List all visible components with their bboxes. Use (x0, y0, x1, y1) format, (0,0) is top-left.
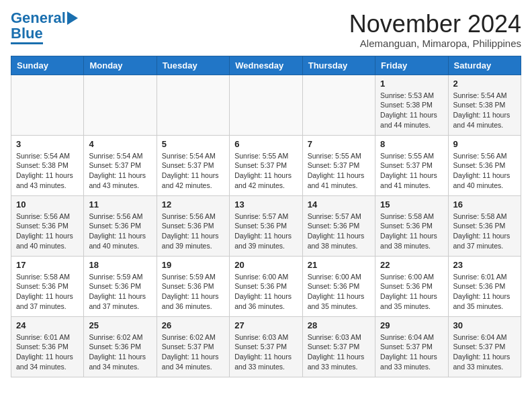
weekday-header-cell: Thursday (302, 56, 375, 75)
day-info: Sunrise: 6:01 AMSunset: 5:36 PMDaylight:… (16, 332, 79, 372)
day-info: Sunrise: 5:56 AMSunset: 5:36 PMDaylight:… (16, 212, 79, 251)
day-info: Sunrise: 5:54 AMSunset: 5:37 PMDaylight:… (89, 151, 151, 191)
calendar-day-cell: 6Sunrise: 5:55 AMSunset: 5:37 PMDaylight… (230, 135, 302, 195)
logo-line (11, 42, 43, 44)
calendar-day-cell: 11Sunrise: 5:56 AMSunset: 5:36 PMDayligh… (84, 195, 157, 256)
day-info: Sunrise: 6:00 AMSunset: 5:36 PMDaylight:… (234, 272, 297, 312)
day-number: 6 (234, 139, 297, 149)
calendar-day-cell: 30Sunrise: 6:04 AMSunset: 5:37 PMDayligh… (448, 316, 521, 377)
calendar-week-row: 10Sunrise: 5:56 AMSunset: 5:36 PMDayligh… (11, 195, 521, 256)
day-number: 26 (162, 320, 224, 330)
day-number: 18 (89, 260, 151, 270)
day-info: Sunrise: 6:02 AMSunset: 5:37 PMDaylight:… (162, 332, 224, 372)
day-info: Sunrise: 5:59 AMSunset: 5:36 PMDaylight:… (89, 272, 151, 312)
day-number: 25 (89, 320, 151, 330)
logo: General Blue (11, 11, 78, 44)
day-number: 16 (453, 199, 516, 210)
day-number: 7 (308, 139, 370, 149)
day-info: Sunrise: 5:54 AMSunset: 5:37 PMDaylight:… (162, 151, 224, 191)
calendar-week-row: 24Sunrise: 6:01 AMSunset: 5:36 PMDayligh… (11, 316, 521, 377)
day-info: Sunrise: 6:03 AMSunset: 5:37 PMDaylight:… (308, 332, 370, 372)
calendar-table: SundayMondayTuesdayWednesdayThursdayFrid… (11, 56, 521, 377)
calendar-day-cell (11, 75, 84, 135)
calendar-day-cell: 14Sunrise: 5:57 AMSunset: 5:36 PMDayligh… (302, 195, 375, 256)
calendar-day-cell: 2Sunrise: 5:54 AMSunset: 5:38 PMDaylight… (448, 75, 521, 135)
day-info: Sunrise: 5:58 AMSunset: 5:36 PMDaylight:… (16, 272, 79, 312)
day-info: Sunrise: 6:04 AMSunset: 5:37 PMDaylight:… (380, 332, 443, 372)
calendar-day-cell: 26Sunrise: 6:02 AMSunset: 5:37 PMDayligh… (157, 316, 229, 377)
calendar-day-cell: 10Sunrise: 5:56 AMSunset: 5:36 PMDayligh… (11, 195, 84, 256)
logo-arrow-icon (67, 11, 78, 25)
day-info: Sunrise: 5:58 AMSunset: 5:36 PMDaylight:… (380, 212, 443, 251)
day-number: 21 (308, 260, 370, 270)
day-info: Sunrise: 5:55 AMSunset: 5:37 PMDaylight:… (308, 151, 370, 191)
calendar-day-cell: 20Sunrise: 6:00 AMSunset: 5:36 PMDayligh… (230, 256, 302, 316)
calendar-day-cell: 5Sunrise: 5:54 AMSunset: 5:37 PMDaylight… (157, 135, 229, 195)
day-number: 10 (16, 199, 79, 210)
calendar-week-row: 17Sunrise: 5:58 AMSunset: 5:36 PMDayligh… (11, 256, 521, 316)
calendar-day-cell: 13Sunrise: 5:57 AMSunset: 5:36 PMDayligh… (230, 195, 302, 256)
calendar-day-cell: 15Sunrise: 5:58 AMSunset: 5:36 PMDayligh… (375, 195, 448, 256)
calendar-day-cell: 9Sunrise: 5:56 AMSunset: 5:36 PMDaylight… (448, 135, 521, 195)
day-number: 28 (308, 320, 370, 330)
calendar-day-cell: 22Sunrise: 6:00 AMSunset: 5:36 PMDayligh… (375, 256, 448, 316)
calendar-day-cell: 1Sunrise: 5:53 AMSunset: 5:38 PMDaylight… (375, 75, 448, 135)
day-info: Sunrise: 5:55 AMSunset: 5:37 PMDaylight:… (234, 151, 297, 191)
day-info: Sunrise: 5:54 AMSunset: 5:38 PMDaylight:… (16, 151, 79, 191)
day-number: 11 (89, 199, 151, 210)
calendar-day-cell: 17Sunrise: 5:58 AMSunset: 5:36 PMDayligh… (11, 256, 84, 316)
calendar-day-cell (302, 75, 375, 135)
calendar-day-cell: 12Sunrise: 5:56 AMSunset: 5:36 PMDayligh… (157, 195, 229, 256)
day-number: 23 (453, 260, 516, 270)
logo-text-blue: Blue (11, 26, 43, 41)
day-info: Sunrise: 5:56 AMSunset: 5:36 PMDaylight:… (89, 212, 151, 251)
day-info: Sunrise: 5:55 AMSunset: 5:37 PMDaylight:… (380, 151, 443, 191)
calendar-week-row: 3Sunrise: 5:54 AMSunset: 5:38 PMDaylight… (11, 135, 521, 195)
day-info: Sunrise: 5:57 AMSunset: 5:36 PMDaylight:… (234, 212, 297, 251)
day-number: 1 (380, 79, 443, 89)
calendar-day-cell: 24Sunrise: 6:01 AMSunset: 5:36 PMDayligh… (11, 316, 84, 377)
calendar-week-row: 1Sunrise: 5:53 AMSunset: 5:38 PMDaylight… (11, 75, 521, 135)
calendar-day-cell: 4Sunrise: 5:54 AMSunset: 5:37 PMDaylight… (84, 135, 157, 195)
calendar-day-cell (157, 75, 229, 135)
weekday-header-cell: Sunday (11, 56, 84, 75)
day-info: Sunrise: 5:53 AMSunset: 5:38 PMDaylight:… (380, 91, 443, 130)
calendar-day-cell: 19Sunrise: 5:59 AMSunset: 5:36 PMDayligh… (157, 256, 229, 316)
month-title: November 2024 (349, 11, 521, 38)
day-number: 17 (16, 260, 79, 270)
calendar-day-cell: 21Sunrise: 6:00 AMSunset: 5:36 PMDayligh… (302, 256, 375, 316)
day-number: 20 (234, 260, 297, 270)
day-info: Sunrise: 6:03 AMSunset: 5:37 PMDaylight:… (234, 332, 297, 372)
calendar-day-cell: 29Sunrise: 6:04 AMSunset: 5:37 PMDayligh… (375, 316, 448, 377)
day-number: 15 (380, 199, 443, 210)
calendar-day-cell: 8Sunrise: 5:55 AMSunset: 5:37 PMDaylight… (375, 135, 448, 195)
day-number: 29 (380, 320, 443, 330)
weekday-header-cell: Saturday (448, 56, 521, 75)
day-info: Sunrise: 5:57 AMSunset: 5:36 PMDaylight:… (308, 212, 370, 251)
weekday-header-cell: Friday (375, 56, 448, 75)
day-number: 9 (453, 139, 516, 149)
day-info: Sunrise: 6:00 AMSunset: 5:36 PMDaylight:… (380, 272, 443, 312)
day-number: 13 (234, 199, 297, 210)
day-number: 19 (162, 260, 224, 270)
day-info: Sunrise: 5:54 AMSunset: 5:38 PMDaylight:… (453, 91, 516, 130)
weekday-header-cell: Wednesday (230, 56, 302, 75)
day-info: Sunrise: 5:56 AMSunset: 5:36 PMDaylight:… (162, 212, 224, 251)
day-number: 14 (308, 199, 370, 210)
day-info: Sunrise: 5:58 AMSunset: 5:36 PMDaylight:… (453, 212, 516, 251)
weekday-header-row: SundayMondayTuesdayWednesdayThursdayFrid… (11, 56, 521, 75)
calendar-day-cell: 3Sunrise: 5:54 AMSunset: 5:38 PMDaylight… (11, 135, 84, 195)
calendar-day-cell (84, 75, 157, 135)
weekday-header-cell: Monday (84, 56, 157, 75)
day-info: Sunrise: 5:59 AMSunset: 5:36 PMDaylight:… (162, 272, 224, 312)
calendar-day-cell: 28Sunrise: 6:03 AMSunset: 5:37 PMDayligh… (302, 316, 375, 377)
title-block: November 2024 Alemanguan, Mimaropa, Phil… (349, 11, 521, 49)
calendar-day-cell: 25Sunrise: 6:02 AMSunset: 5:36 PMDayligh… (84, 316, 157, 377)
calendar-day-cell: 27Sunrise: 6:03 AMSunset: 5:37 PMDayligh… (230, 316, 302, 377)
day-info: Sunrise: 6:01 AMSunset: 5:36 PMDaylight:… (453, 272, 516, 312)
day-number: 8 (380, 139, 443, 149)
day-number: 30 (453, 320, 516, 330)
calendar-day-cell: 18Sunrise: 5:59 AMSunset: 5:36 PMDayligh… (84, 256, 157, 316)
day-number: 2 (453, 79, 516, 89)
logo-text: General (11, 11, 66, 26)
